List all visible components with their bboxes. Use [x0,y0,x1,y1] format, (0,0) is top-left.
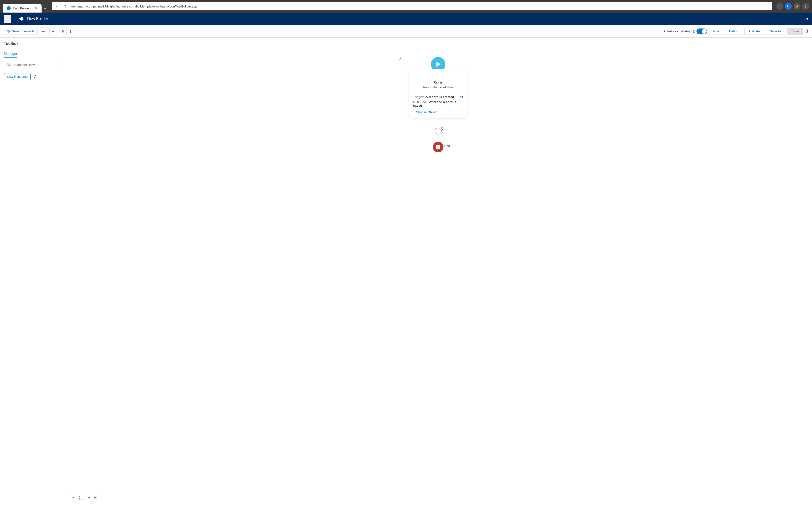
debug-button[interactable]: Debug [725,28,743,35]
flow-canvas: 4 Start Record-Triggered Flow Trigger: A… [64,38,812,507]
app-brand: Flow Builder [19,16,48,22]
search-wrapper: 🔍 [4,61,60,68]
canvas-content: 4 Start Record-Triggered Flow Trigger: A… [64,38,812,507]
edit-link[interactable]: Edit [457,95,463,99]
run-button[interactable]: Run [709,28,723,35]
auto-layout-toggle[interactable] [697,29,707,34]
undo-button[interactable]: ↩ [40,27,47,35]
forward-button[interactable]: › [59,3,62,9]
choose-object-label: Choose Object [416,110,437,114]
cursor-icon [7,30,10,33]
settings-button[interactable]: ⚙ [59,27,67,35]
activate-button[interactable]: Activate [744,28,764,35]
select-elements-button[interactable]: Select Elements [4,28,38,35]
extensions-button[interactable]: ⚡ [794,3,800,10]
choose-object-link[interactable]: + Choose Object [413,109,463,115]
profile-button[interactable]: G [785,3,792,10]
trigger-label: Trigger: [413,95,424,99]
zoom-out-button[interactable]: − [70,494,77,501]
sidebar-actions: New Resource 7 [0,71,64,82]
back-button[interactable]: ‹ [55,3,58,9]
toolbar: Select Elements ↩ ↪ ⚙ 1 Auto-Layout (Bet… [0,25,812,38]
end-node-container: End [433,142,444,152]
main-layout: Toolbox Manager 🔍 New Resource 7 4 [0,38,812,507]
sidebar: Toolbox Manager 🔍 New Resource 7 [0,38,64,507]
toolbar-right: Auto-Layout (Beta) 2 Run Debug Activate … [663,28,808,35]
app-back-button[interactable]: ← [4,15,11,23]
app-header: ← Flow Builder ? ▾ [0,12,812,25]
end-label: End [445,144,450,148]
annotation-2: 2 [693,30,695,33]
start-subtitle: Record-Triggered Flow [413,86,463,89]
browser-nav-bar: ‹ › ↻ momentum-computing-884.lightning.f… [52,2,772,10]
sidebar-title: Toolbox [0,38,64,50]
help-button[interactable]: ? ▾ [804,17,808,21]
start-node-container: 4 Start Record-Triggered Flow Trigger: A… [409,57,467,152]
plus-icon: + [413,110,415,114]
active-tab[interactable]: Flow Builder ✕ [3,4,42,12]
annotation-3: 3 [806,29,808,34]
sidebar-search-area: 🔍 [0,58,64,71]
toggle-slider[interactable] [697,29,707,34]
browser-action-buttons: ☆ G ⚡ ⋮ [776,3,809,10]
bookmark-button[interactable]: ☆ [776,3,783,10]
fit-icon [79,496,83,500]
end-square-icon [436,145,440,149]
app-name: Flow Builder [27,17,48,21]
search-icon: 🔍 [6,63,11,67]
menu-button[interactable]: ⋮ [802,3,809,10]
run-flow-row: Run Flow: After the record is saved [413,100,463,107]
search-input[interactable] [12,63,57,67]
sidebar-tabs: Manager [0,50,64,58]
trigger-row: Trigger: A record is created Edit [413,95,463,99]
redo-button[interactable]: ↪ [49,27,57,35]
tab-manager[interactable]: Manager [4,50,17,58]
reload-button[interactable]: ↻ [63,3,68,10]
connector-line-2 [438,134,439,142]
zoom-controls: − + 6 [69,493,98,502]
start-card-body: Trigger: A record is created Edit Run Fl… [409,92,467,118]
start-title: Start [413,81,463,85]
url-bar[interactable]: momentum-computing-884.lightning.force.c… [70,5,769,8]
save-button[interactable]: Save [788,28,803,35]
zoom-fit-button[interactable] [78,494,85,501]
trigger-value: A record is created [425,95,454,99]
zoom-in-button[interactable]: + [86,494,92,501]
tab-title: Flow Builder [12,6,33,10]
run-flow-label: Run Flow: [413,100,427,104]
browser-tabs: Flow Builder ✕ + [3,0,48,12]
end-circle[interactable] [433,142,444,152]
annotation-6: 6 [94,495,97,500]
tab-favicon [7,6,11,10]
tab-close-button[interactable]: ✕ [35,6,38,10]
trigger-info: Trigger: A record is created [413,95,454,99]
save-as-button[interactable]: Save As [766,28,785,35]
nav-buttons: ‹ › ↻ [55,3,69,10]
new-resource-button[interactable]: New Resource [4,73,31,80]
annotation-1: 1 [69,30,71,33]
start-card: Start Record-Triggered Flow Trigger: A r… [409,69,467,118]
start-card-header: Start Record-Triggered Flow [409,79,467,92]
annotation-5: 5 [441,127,443,132]
salesforce-logo [19,16,25,22]
annotation-4: 4 [400,57,402,62]
auto-layout-label: Auto-Layout (Beta) [663,30,690,33]
browser-chrome: Flow Builder ✕ + ‹ › ↻ momentum-computin… [0,0,812,12]
annotation-7: 7 [34,74,36,79]
add-button-container: 5 + [435,128,442,134]
connector-line-1 [438,118,439,128]
new-tab-button[interactable]: + [42,5,48,12]
